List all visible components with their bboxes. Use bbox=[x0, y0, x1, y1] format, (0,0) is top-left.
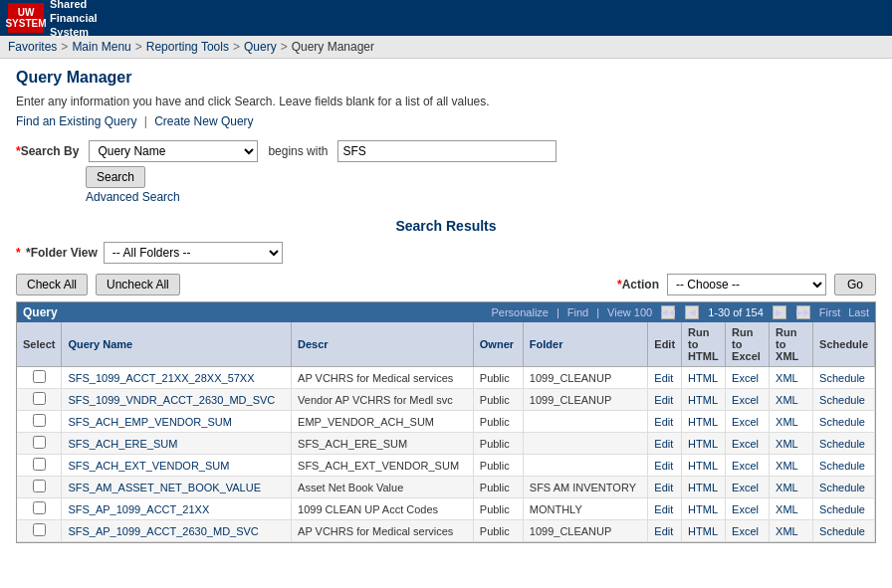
excel-link[interactable]: Excel bbox=[732, 372, 759, 384]
advanced-search-link[interactable]: Advanced Search bbox=[86, 190, 180, 204]
schedule-link[interactable]: Schedule bbox=[819, 503, 865, 515]
row-checkbox[interactable] bbox=[33, 370, 46, 383]
row-checkbox-cell[interactable] bbox=[17, 389, 62, 411]
row-xml[interactable]: XML bbox=[770, 389, 813, 411]
folder-select[interactable]: -- All Folders -- bbox=[104, 242, 283, 264]
personalize-link[interactable]: Personalize bbox=[491, 306, 548, 318]
last-link[interactable]: Last bbox=[848, 306, 869, 318]
excel-link[interactable]: Excel bbox=[732, 394, 759, 406]
excel-link[interactable]: Excel bbox=[732, 438, 759, 450]
excel-link[interactable]: Excel bbox=[732, 525, 759, 537]
row-xml[interactable]: XML bbox=[770, 498, 813, 520]
edit-link[interactable]: Edit bbox=[654, 525, 673, 537]
html-link[interactable]: HTML bbox=[688, 372, 718, 384]
go-button[interactable]: Go bbox=[834, 274, 876, 295]
row-query-name[interactable]: SFS_ACH_EXT_VENDOR_SUM bbox=[62, 455, 292, 477]
query-name-link[interactable]: SFS_1099_ACCT_21XX_28XX_57XX bbox=[68, 372, 254, 384]
row-checkbox-cell[interactable] bbox=[17, 367, 62, 389]
row-excel[interactable]: Excel bbox=[726, 455, 770, 477]
view-100-link[interactable]: View 100 bbox=[607, 306, 652, 318]
row-html[interactable]: HTML bbox=[682, 455, 726, 477]
sort-query-name[interactable]: Query Name bbox=[68, 338, 132, 350]
html-link[interactable]: HTML bbox=[688, 416, 718, 428]
row-excel[interactable]: Excel bbox=[726, 520, 770, 542]
excel-link[interactable]: Excel bbox=[732, 503, 759, 515]
schedule-link[interactable]: Schedule bbox=[819, 460, 865, 472]
schedule-link[interactable]: Schedule bbox=[819, 416, 865, 428]
uncheck-all-button[interactable]: Uncheck All bbox=[96, 274, 180, 295]
sort-descr[interactable]: Descr bbox=[298, 338, 329, 350]
row-checkbox[interactable] bbox=[33, 480, 46, 492]
row-checkbox[interactable] bbox=[33, 436, 46, 449]
edit-link[interactable]: Edit bbox=[654, 394, 673, 406]
row-html[interactable]: HTML bbox=[682, 477, 726, 498]
row-checkbox[interactable] bbox=[33, 458, 46, 471]
row-checkbox-cell[interactable] bbox=[17, 477, 62, 498]
row-html[interactable]: HTML bbox=[682, 433, 726, 455]
row-checkbox-cell[interactable] bbox=[17, 498, 62, 520]
row-schedule[interactable]: Schedule bbox=[813, 477, 875, 498]
query-name-link[interactable]: SFS_AP_1099_ACCT_21XX bbox=[68, 503, 209, 515]
search-input[interactable] bbox=[337, 140, 557, 162]
row-edit[interactable]: Edit bbox=[648, 433, 682, 455]
edit-link[interactable]: Edit bbox=[654, 460, 673, 472]
row-edit[interactable]: Edit bbox=[648, 411, 682, 433]
xml-link[interactable]: XML bbox=[776, 460, 798, 472]
excel-link[interactable]: Excel bbox=[732, 416, 759, 428]
action-select[interactable]: -- Choose -- bbox=[667, 274, 826, 295]
schedule-link[interactable]: Schedule bbox=[819, 482, 865, 493]
breadcrumb-main-menu[interactable]: Main Menu bbox=[72, 40, 130, 54]
row-schedule[interactable]: Schedule bbox=[813, 455, 875, 477]
sort-owner[interactable]: Owner bbox=[480, 338, 514, 350]
query-name-link[interactable]: SFS_1099_VNDR_ACCT_2630_MD_SVC bbox=[68, 394, 275, 406]
search-by-select[interactable]: Query Name Description Owner bbox=[89, 140, 258, 162]
xml-link[interactable]: XML bbox=[776, 482, 798, 493]
row-xml[interactable]: XML bbox=[770, 367, 813, 389]
query-name-link[interactable]: SFS_ACH_EXT_VENDOR_SUM bbox=[68, 460, 229, 472]
row-xml[interactable]: XML bbox=[770, 433, 813, 455]
row-xml[interactable]: XML bbox=[770, 411, 813, 433]
html-link[interactable]: HTML bbox=[688, 394, 718, 406]
excel-link[interactable]: Excel bbox=[732, 460, 759, 472]
icon-prev[interactable]: ◀ bbox=[685, 305, 699, 319]
row-schedule[interactable]: Schedule bbox=[813, 433, 875, 455]
row-edit[interactable]: Edit bbox=[648, 498, 682, 520]
row-excel[interactable]: Excel bbox=[726, 433, 770, 455]
col-header-descr[interactable]: Descr bbox=[292, 322, 474, 367]
col-header-folder[interactable]: Folder bbox=[523, 322, 648, 367]
row-checkbox[interactable] bbox=[33, 523, 46, 536]
row-edit[interactable]: Edit bbox=[648, 477, 682, 498]
html-link[interactable]: HTML bbox=[688, 460, 718, 472]
html-link[interactable]: HTML bbox=[688, 525, 718, 537]
row-query-name[interactable]: SFS_ACH_EMP_VENDOR_SUM bbox=[62, 411, 292, 433]
row-query-name[interactable]: SFS_AM_ASSET_NET_BOOK_VALUE bbox=[62, 477, 292, 498]
query-name-link[interactable]: SFS_AP_1099_ACCT_2630_MD_SVC bbox=[68, 525, 258, 537]
html-link[interactable]: HTML bbox=[688, 482, 718, 493]
row-checkbox-cell[interactable] bbox=[17, 520, 62, 542]
check-all-button[interactable]: Check All bbox=[16, 274, 88, 295]
breadcrumb-favorites[interactable]: Favorites bbox=[8, 40, 57, 54]
row-schedule[interactable]: Schedule bbox=[813, 520, 875, 542]
edit-link[interactable]: Edit bbox=[654, 438, 673, 450]
row-html[interactable]: HTML bbox=[682, 411, 726, 433]
query-name-link[interactable]: SFS_ACH_EMP_VENDOR_SUM bbox=[68, 416, 231, 428]
row-checkbox[interactable] bbox=[33, 501, 46, 514]
row-checkbox[interactable] bbox=[33, 392, 46, 405]
sort-folder[interactable]: Folder bbox=[530, 338, 563, 350]
xml-link[interactable]: XML bbox=[776, 372, 798, 384]
row-query-name[interactable]: SFS_1099_ACCT_21XX_28XX_57XX bbox=[62, 367, 292, 389]
xml-link[interactable]: XML bbox=[776, 438, 798, 450]
schedule-link[interactable]: Schedule bbox=[819, 438, 865, 450]
row-xml[interactable]: XML bbox=[770, 520, 813, 542]
xml-link[interactable]: XML bbox=[776, 503, 798, 515]
row-edit[interactable]: Edit bbox=[648, 389, 682, 411]
row-edit[interactable]: Edit bbox=[648, 367, 682, 389]
row-excel[interactable]: Excel bbox=[726, 367, 770, 389]
row-query-name[interactable]: SFS_AP_1099_ACCT_2630_MD_SVC bbox=[62, 520, 292, 542]
create-new-link[interactable]: Create New Query bbox=[154, 114, 253, 128]
query-name-link[interactable]: SFS_ACH_ERE_SUM bbox=[68, 438, 177, 450]
row-query-name[interactable]: SFS_AP_1099_ACCT_21XX bbox=[62, 498, 292, 520]
first-link[interactable]: First bbox=[819, 306, 840, 318]
xml-link[interactable]: XML bbox=[776, 525, 798, 537]
row-excel[interactable]: Excel bbox=[726, 389, 770, 411]
